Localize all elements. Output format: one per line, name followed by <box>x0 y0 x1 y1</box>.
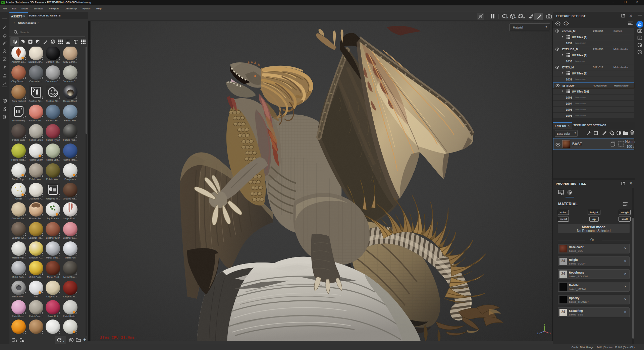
svg-text:Y: Y <box>544 323 545 326</box>
svg-text:1: 1 <box>566 22 567 25</box>
svg-text:Z: Z <box>537 332 539 335</box>
svg-text:X: X <box>549 332 551 335</box>
